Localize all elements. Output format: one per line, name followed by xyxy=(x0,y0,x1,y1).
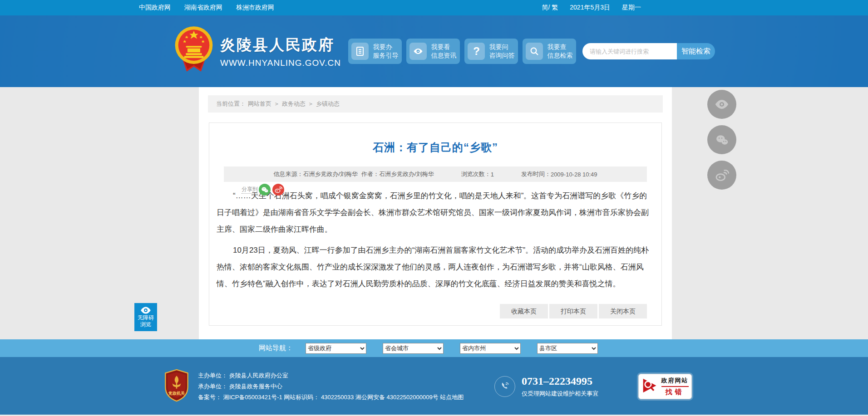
weibo-icon[interactable] xyxy=(707,161,736,190)
site-code-label: 网站标识码： xyxy=(284,394,319,401)
share-widget: 分享到 xyxy=(242,184,284,196)
document-icon xyxy=(351,43,369,60)
breadcrumb-xiangzhen[interactable]: 乡镇动态 xyxy=(316,100,340,108)
quick-btn-line1: 我要问 xyxy=(489,43,508,50)
national-emblem-icon xyxy=(174,25,214,78)
button-wo-yao-kan[interactable]: 我要看 信息资讯 xyxy=(406,39,460,64)
organizer-value: 炎陵县政务服务中心 xyxy=(229,383,282,390)
nav-select-provincial[interactable]: 省级政府 xyxy=(306,343,366,354)
current-date: 2021年5月3日 xyxy=(570,4,610,12)
meta-time-label: 发布时间： xyxy=(521,170,551,178)
content-column: 当前位置： 网站首页 ＞ 政务动态 ＞ 乡镇动态 石洲：有了自己的“乡歌” 信息… xyxy=(199,87,672,339)
icp-label: 备案号： xyxy=(198,394,222,401)
main-area: 当前位置： 网站首页 ＞ 政务动态 ＞ 乡镇动态 石洲：有了自己的“乡歌” 信息… xyxy=(0,87,868,339)
gov-links: 中国政府网 湖南省政府网 株洲市政府网 xyxy=(139,4,274,12)
wechat-share-icon[interactable] xyxy=(259,184,271,196)
quick-btn-line2: 信息资讯 xyxy=(431,52,456,59)
article-title: 石洲：有了自己的“乡歌” xyxy=(217,140,654,155)
eye-icon xyxy=(409,43,427,60)
footer: 党政机关 主办单位： 炎陵县人民政府办公室 承办单位： 炎陵县政务服务中心 备案… xyxy=(0,358,868,415)
party-gov-badge-icon[interactable]: 党政机关 xyxy=(163,369,190,404)
breadcrumb-home[interactable]: 网站首页 xyxy=(248,100,271,108)
site-title: 炎陵县人民政府 xyxy=(220,35,341,55)
quick-btn-line1: 我要看 xyxy=(431,43,450,50)
weibo-share-icon[interactable] xyxy=(272,184,284,196)
search-input[interactable] xyxy=(582,43,677,59)
meta-views: 1 xyxy=(491,171,494,178)
accessibility-eye-icon xyxy=(140,306,152,314)
error-badge-top-text: 政府网站 xyxy=(661,377,689,387)
host-label: 主办单位： xyxy=(198,372,227,379)
print-page-button[interactable]: 打印本页 xyxy=(548,304,597,318)
site-code-value: 4302250033 xyxy=(321,394,354,401)
link-china-gov[interactable]: 中国政府网 xyxy=(139,4,171,12)
site-url: WWW.HNYANLING.GOV.CN xyxy=(220,58,341,68)
meta-time: 2009-10-28 10:49 xyxy=(551,171,597,178)
button-wo-yao-wen[interactable]: ? 我要问 咨询问答 xyxy=(464,39,518,64)
article-meta-bar: 信息来源： 石洲乡党政办/刘梅华 作者： 石洲乡党政办/刘梅华 浏览次数： 1 … xyxy=(224,166,647,182)
share-label[interactable]: 分享到 xyxy=(242,186,258,194)
wechat-icon[interactable] xyxy=(707,125,736,154)
quick-btn-line1: 我要查 xyxy=(547,43,566,50)
article-body: 分享到 xyxy=(217,182,654,292)
contact-phone: 0731–22234995 仅受理网站建设维护相关事宜 xyxy=(494,375,598,398)
error-badge-bottom-text: 找错 xyxy=(666,388,685,396)
meta-source: 石洲乡党政办/刘梅华 xyxy=(303,170,358,178)
floating-toolbar xyxy=(707,90,736,190)
button-wo-yao-ban[interactable]: 我要办 服务引导 xyxy=(348,39,402,64)
close-page-button[interactable]: 关闭本页 xyxy=(597,304,647,318)
article-card: 石洲：有了自己的“乡歌” 信息来源： 石洲乡党政办/刘梅华 作者： 石洲乡党政办… xyxy=(209,122,662,326)
link-hunan-gov[interactable]: 湖南省政府网 xyxy=(184,4,222,12)
article-actions: 收藏本页 打印本页 关闭本页 xyxy=(224,304,647,318)
nav-select-capital-cities[interactable]: 省会城市 xyxy=(383,343,444,354)
site-nav-bar: 网站导航： 省级政府 省会城市 省内市州 县市区 xyxy=(0,339,868,358)
accessibility-button[interactable]: 无障碍 浏览 xyxy=(134,303,157,331)
icp-number[interactable]: 湘ICP备05003421号-1 xyxy=(223,394,282,401)
meta-views-label: 浏览次数： xyxy=(461,170,491,178)
police-record[interactable]: 湘公网安备 43022502000009号 xyxy=(355,394,439,401)
accessibility-label-1: 无障碍 xyxy=(138,314,154,321)
phone-note: 仅受理网站建设维护相关事宜 xyxy=(522,390,598,398)
meta-author-label: 作者： xyxy=(361,170,379,178)
article-paragraph-2: 10月23日，夏劲风、江晖一行参加了由石洲乡主办的“湖南石洲首届客家竹文化艺术节… xyxy=(217,242,654,292)
sitemap-link[interactable]: 站点地图 xyxy=(440,394,464,401)
current-weekday: 星期一 xyxy=(622,4,641,12)
nav-select-province-cities[interactable]: 省内市州 xyxy=(460,343,521,354)
site-header: 炎陵县人民政府 WWW.HNYANLING.GOV.CN 我要办 服务引导 xyxy=(0,15,868,87)
error-report-icon xyxy=(642,377,658,396)
svg-text:党政机关: 党政机关 xyxy=(168,391,185,396)
accessibility-label-2: 浏览 xyxy=(140,321,151,328)
topbar: 中国政府网 湖南省政府网 株洲市政府网 简/ 繁 2021年5月3日 星期一 xyxy=(0,0,868,15)
gov-site-error-report-badge[interactable]: 政府网站 找错 xyxy=(638,374,692,399)
search-bar: 智能检索 xyxy=(582,43,715,59)
link-zhuzhou-gov[interactable]: 株洲市政府网 xyxy=(236,4,274,12)
breadcrumb-zhengwu[interactable]: 政务动态 xyxy=(282,100,306,108)
host-value: 炎陵县人民政府办公室 xyxy=(229,372,288,379)
breadcrumb: 当前位置： 网站首页 ＞ 政务动态 ＞ 乡镇动态 xyxy=(208,95,663,113)
organizer-label: 承办单位： xyxy=(198,383,227,390)
breadcrumb-label: 当前位置： xyxy=(216,100,246,108)
meta-source-label: 信息来源： xyxy=(273,170,303,178)
button-wo-yao-cha[interactable]: 我要查 信息检索 xyxy=(523,39,576,64)
quick-btn-line2: 信息检索 xyxy=(547,52,572,59)
bookmark-page-button[interactable]: 收藏本页 xyxy=(500,304,548,318)
search-icon xyxy=(526,43,543,60)
phone-number: 0731–22234995 xyxy=(522,375,598,387)
phone-icon xyxy=(494,376,515,397)
quick-service-buttons: 我要办 服务引导 我要看 信息资讯 xyxy=(348,39,576,64)
meta-author: 石洲乡党政办/刘梅华 xyxy=(379,170,434,178)
site-logo[interactable]: 炎陵县人民政府 WWW.HNYANLING.GOV.CN xyxy=(174,25,341,78)
site-nav-label: 网站导航： xyxy=(259,344,293,352)
quick-btn-line2: 咨询问答 xyxy=(489,52,514,59)
view-eye-icon[interactable] xyxy=(707,90,736,119)
question-icon: ? xyxy=(468,43,485,60)
smart-search-button[interactable]: 智能检索 xyxy=(677,43,715,59)
nav-select-counties[interactable]: 县市区 xyxy=(537,343,598,354)
lang-toggle[interactable]: 简/ 繁 xyxy=(542,4,558,12)
quick-btn-line1: 我要办 xyxy=(373,43,392,50)
breadcrumb-sep: ＞ xyxy=(274,100,280,108)
breadcrumb-sep: ＞ xyxy=(308,100,314,108)
quick-btn-line2: 服务引导 xyxy=(373,52,398,59)
footer-info: 主办单位： 炎陵县人民政府办公室 承办单位： 炎陵县政务服务中心 备案号： 湘I… xyxy=(198,370,464,403)
